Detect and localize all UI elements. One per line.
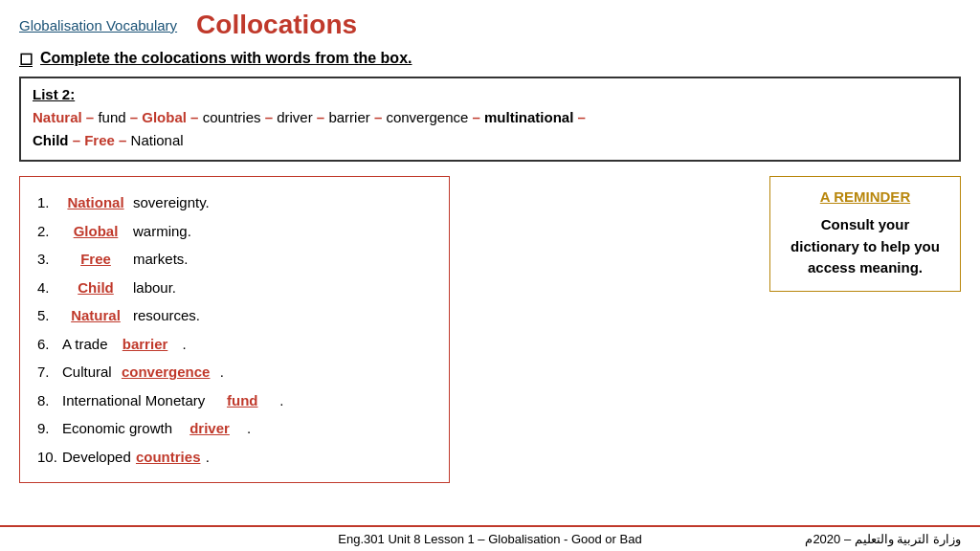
num-5: 5. xyxy=(37,303,58,328)
answer-5: Natural xyxy=(62,303,129,328)
dash3: – xyxy=(187,109,203,125)
rest-2: warming. xyxy=(133,219,191,244)
rest-8: . xyxy=(279,388,283,413)
rest-7: . xyxy=(220,360,224,385)
word-box: List 2: Natural – fund – Global – countr… xyxy=(19,77,961,162)
word-box-title: List 2: xyxy=(33,86,947,102)
prefix-6: A trade xyxy=(62,332,108,357)
num-6: 6. xyxy=(37,332,58,357)
colloc-item-5: 5. Natural resources. xyxy=(37,303,432,328)
collocations-box: 1. National sovereignty. 2. Global warmi… xyxy=(19,176,450,483)
rest-4: labour. xyxy=(133,276,176,300)
colloc-item-4: 4. Child labour. xyxy=(37,276,432,300)
colloc-item-6: 6. A trade barrier . xyxy=(37,332,432,357)
num-7: 7. xyxy=(37,360,58,385)
footer-right: وزارة التربية والتعليم – 2020م xyxy=(805,532,961,546)
header-link[interactable]: Globalisation Vocabulary xyxy=(19,17,177,33)
word-free: Free xyxy=(84,132,115,148)
colloc-item-3: 3. Free markets. xyxy=(37,247,432,272)
answer-9: driver xyxy=(176,416,243,441)
rest-9: . xyxy=(247,416,251,441)
reminder-box: A REMINDER Consult your dictionary to he… xyxy=(769,176,961,292)
footer: Eng.301 Unit 8 Lesson 1 – Globalisation … xyxy=(0,525,980,551)
colloc-item-2: 2. Global warming. xyxy=(37,219,432,244)
dash4: – xyxy=(261,109,278,125)
rest-1: sovereignty. xyxy=(133,190,210,215)
dash9: – xyxy=(73,132,80,148)
colloc-item-8: 8. International Monetary fund . xyxy=(37,388,432,413)
answer-10: countries xyxy=(135,445,202,470)
rest-3: markets. xyxy=(133,247,189,272)
dash5: – xyxy=(313,109,329,125)
rest-10: . xyxy=(206,445,210,470)
dash8: – xyxy=(578,109,586,125)
reminder-title: A REMINDER xyxy=(785,188,946,205)
word-multinational: multinational xyxy=(484,109,573,125)
rest-5: resources. xyxy=(133,303,200,328)
page-title: Collocations xyxy=(196,10,357,40)
footer-center: Eng.301 Unit 8 Lesson 1 – Globalisation … xyxy=(338,532,641,546)
dash1: – xyxy=(82,109,99,125)
word-box-content: Natural – fund – Global – countries – dr… xyxy=(33,106,947,152)
num-4: 4. xyxy=(37,276,58,300)
checkbox-icon: ☐ xyxy=(19,51,33,69)
word-child: Child xyxy=(33,132,69,148)
colloc-item-7: 7. Cultural convergence . xyxy=(37,360,432,385)
main-content: 1. National sovereignty. 2. Global warmi… xyxy=(0,171,980,488)
num-2: 2. xyxy=(37,219,58,244)
num-9: 9. xyxy=(37,416,58,441)
reminder-text: Consult your dictionary to help you acce… xyxy=(785,214,946,279)
word-global: Global xyxy=(142,109,187,125)
dash10: – xyxy=(115,132,131,148)
word-natural: Natural xyxy=(33,109,82,125)
answer-4: Child xyxy=(62,276,129,300)
answer-8: fund xyxy=(209,388,276,413)
colloc-item-1: 1. National sovereignty. xyxy=(37,190,432,215)
prefix-10: Developed xyxy=(62,445,131,470)
num-8: 8. xyxy=(37,388,58,413)
prefix-9: Economic growth xyxy=(62,416,172,441)
num-1: 1. xyxy=(37,190,58,215)
prefix-7: Cultural xyxy=(62,360,112,385)
colloc-item-9: 9. Economic growth driver . xyxy=(37,416,432,441)
answer-6: barrier xyxy=(112,332,179,357)
answer-3: Free xyxy=(62,247,129,272)
dash7: – xyxy=(468,109,484,125)
header: Globalisation Vocabulary Collocations xyxy=(0,0,980,45)
answer-7: convergence xyxy=(116,360,216,385)
num-10: 10. xyxy=(37,445,58,470)
dash6: – xyxy=(370,109,387,125)
answer-1: National xyxy=(62,190,129,215)
colloc-item-10: 10. Developed countries . xyxy=(37,445,432,470)
num-3: 3. xyxy=(37,247,58,272)
instruction-text: Complete the colocations with words from… xyxy=(40,50,412,67)
answer-2: Global xyxy=(62,219,129,244)
prefix-8: International Monetary xyxy=(62,388,205,413)
dash2: – xyxy=(126,109,143,125)
instruction: ☐ Complete the colocations with words fr… xyxy=(0,45,980,77)
rest-6: . xyxy=(183,332,187,357)
